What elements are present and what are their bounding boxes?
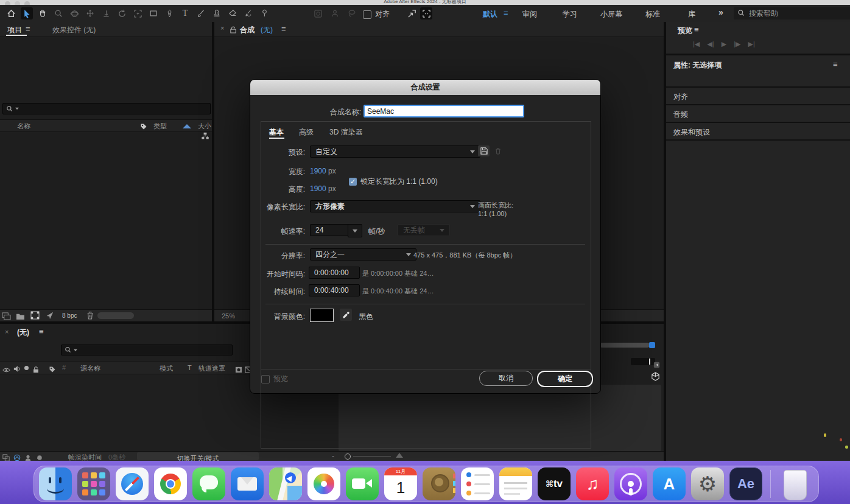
- adjustment-icon[interactable]: [46, 311, 54, 322]
- audio-speaker-icon[interactable]: [13, 364, 21, 375]
- dock-facetime-icon[interactable]: [346, 467, 379, 500]
- pen-tool-icon[interactable]: [163, 7, 175, 19]
- timeline-search[interactable]: [61, 345, 233, 355]
- tab-effect-controls[interactable]: 效果控件 (无): [52, 25, 96, 35]
- duration-input[interactable]: 0:00:40:00: [309, 284, 360, 296]
- project-panel-menu-icon[interactable]: ≡: [26, 24, 30, 33]
- timeline-zoom-track[interactable]: [353, 456, 391, 457]
- timeline-close-icon[interactable]: ×: [5, 328, 9, 335]
- timeline-hscrollbar-track[interactable]: [600, 343, 650, 348]
- comp-name-input[interactable]: [364, 105, 524, 117]
- dock-appletv-icon[interactable]: ⌘tv: [538, 467, 571, 500]
- label-tag-icon[interactable]: [140, 122, 147, 133]
- shared-view-icon[interactable]: [406, 7, 418, 19]
- workspace-tab-standard[interactable]: 标准: [645, 9, 660, 19]
- workspace-menu-icon[interactable]: ≡: [504, 9, 508, 18]
- trash-icon[interactable]: [86, 311, 94, 322]
- dock-messages-icon[interactable]: [192, 467, 225, 500]
- audio-panel-title[interactable]: 音频: [673, 110, 688, 120]
- pan-camera-tool-icon[interactable]: [84, 7, 96, 19]
- par-dropdown[interactable]: 方形像素: [310, 200, 480, 212]
- lock-icon[interactable]: [33, 365, 39, 376]
- workspace-tab-review[interactable]: 审阅: [522, 9, 537, 19]
- tab-composition-none[interactable]: (无): [261, 25, 273, 35]
- properties-panel-title[interactable]: 属性: 无选择项: [673, 60, 722, 71]
- workspace-tab-learn[interactable]: 学习: [563, 9, 577, 19]
- dialog-tab-basic[interactable]: 基本: [269, 127, 284, 138]
- dock-reminders-icon[interactable]: [461, 467, 494, 500]
- timeline-menu-icon[interactable]: ≡: [39, 327, 44, 336]
- dock-maps-icon[interactable]: [269, 467, 302, 500]
- dialog-tab-3d-renderer[interactable]: 3D 渲染器: [329, 127, 363, 138]
- rotation-tool-icon[interactable]: [116, 7, 128, 19]
- clone-stamp-tool-icon[interactable]: [211, 7, 223, 19]
- cancel-button[interactable]: 取消: [479, 371, 533, 386]
- zoom-tool-icon[interactable]: [52, 7, 65, 19]
- first-frame-icon[interactable]: |◀: [693, 40, 700, 48]
- column-number[interactable]: #: [62, 364, 66, 371]
- timeline-tab-none[interactable]: (无): [17, 327, 29, 338]
- lock-aspect-row[interactable]: ✓ 锁定长宽比为 1:1 (1.00): [349, 177, 438, 187]
- zoom-in-icon[interactable]: [396, 453, 403, 458]
- dock-finder-icon[interactable]: [39, 467, 72, 500]
- column-preserve-transparency[interactable]: T: [188, 364, 192, 371]
- sort-ascending-icon[interactable]: [183, 124, 191, 128]
- tab-project[interactable]: 项目: [7, 25, 22, 35]
- workspace-overflow-icon[interactable]: »: [718, 7, 723, 17]
- search-options-caret[interactable]: [74, 349, 77, 351]
- dock-settings-icon[interactable]: ⚙: [691, 467, 724, 500]
- preview-panel-title[interactable]: 预览: [678, 26, 692, 36]
- project-scrubber[interactable]: [97, 312, 134, 319]
- project-search[interactable]: [2, 103, 211, 114]
- time-navigator[interactable]: [631, 358, 655, 365]
- lock-aspect-checkbox[interactable]: ✓: [349, 178, 357, 186]
- camera-region-tool-icon[interactable]: [132, 7, 144, 19]
- timeline-zoom-knob[interactable]: [345, 453, 351, 460]
- snap-checkbox[interactable]: [363, 10, 371, 19]
- close-tab-icon[interactable]: ×: [220, 24, 224, 32]
- align-panel-title[interactable]: 对齐: [673, 92, 688, 102]
- snap-toggle[interactable]: 对齐: [363, 9, 390, 19]
- resolution-dropdown[interactable]: 四分之一: [310, 248, 416, 261]
- selection-tool-icon[interactable]: [21, 7, 33, 19]
- dock-calendar-icon[interactable]: 11月 1: [384, 467, 417, 500]
- zoom-out-icon[interactable]: -: [332, 452, 334, 460]
- column-mode[interactable]: 模式: [160, 364, 173, 373]
- dock-appstore-icon[interactable]: A: [653, 467, 686, 500]
- roto-brush-tool-icon[interactable]: [242, 7, 255, 19]
- ok-button[interactable]: 确定: [537, 371, 593, 387]
- dock-podcasts-icon[interactable]: [614, 467, 647, 500]
- height-value[interactable]: 1900: [310, 184, 326, 193]
- dock-safari-icon[interactable]: [116, 467, 149, 500]
- timeline-hscrollbar-handle[interactable]: [649, 342, 655, 348]
- cube-icon[interactable]: [650, 371, 661, 384]
- dock-notes-icon[interactable]: [499, 467, 532, 500]
- eyedropper-icon[interactable]: [340, 309, 352, 321]
- new-composition-icon[interactable]: [30, 311, 40, 322]
- audio-widget-icon[interactable]: [653, 360, 661, 371]
- previous-frame-icon[interactable]: ◀|: [707, 40, 714, 48]
- dialog-tab-advanced[interactable]: 高级: [299, 127, 314, 138]
- puppet-pin-tool-icon[interactable]: [258, 7, 270, 19]
- orbit-camera-tool-icon[interactable]: [68, 7, 80, 19]
- matte-alpha-icon[interactable]: [235, 365, 242, 376]
- effects-presets-panel-title[interactable]: 效果和预设: [673, 127, 710, 138]
- dialog-titlebar[interactable]: 合成设置: [250, 80, 600, 95]
- composition-panel-menu-icon[interactable]: ≡: [281, 24, 286, 33]
- region-of-interest-icon[interactable]: [420, 7, 432, 19]
- home-icon[interactable]: [5, 7, 17, 19]
- width-value[interactable]: 1900: [310, 167, 326, 175]
- dock-music-icon[interactable]: ♫: [576, 467, 609, 500]
- help-search-input[interactable]: [748, 9, 835, 18]
- preview-panel-menu-icon[interactable]: ≡: [694, 25, 699, 34]
- dock-chrome-icon[interactable]: [154, 467, 187, 500]
- tab-composition[interactable]: 合成: [240, 25, 255, 35]
- column-source-name[interactable]: 源名称: [80, 364, 100, 373]
- preset-dropdown[interactable]: 自定义: [310, 145, 480, 158]
- video-eye-icon[interactable]: [2, 365, 10, 376]
- help-search[interactable]: [734, 7, 850, 19]
- type-tool-icon[interactable]: T: [179, 7, 191, 19]
- project-bpc-label[interactable]: 8 bpc: [62, 312, 77, 319]
- start-timecode-input[interactable]: 0:00:00:00: [309, 267, 360, 279]
- solo-icon[interactable]: [24, 366, 29, 370]
